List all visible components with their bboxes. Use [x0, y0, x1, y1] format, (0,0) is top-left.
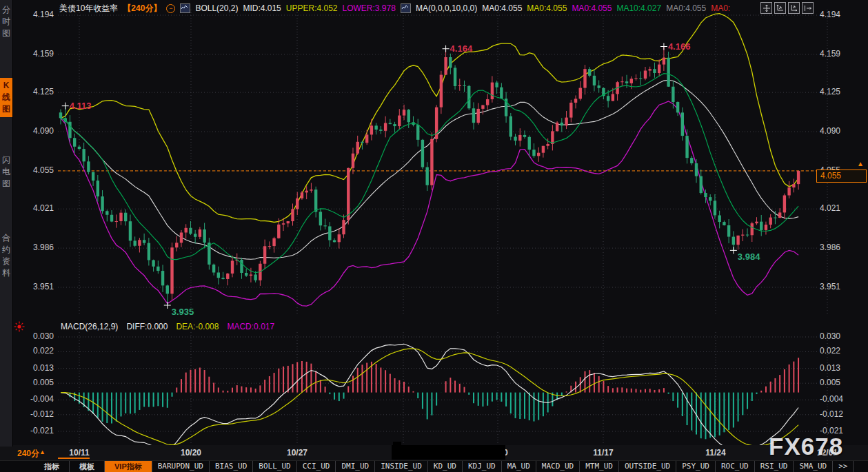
macd-diff-value: DIFF:0.000 [126, 322, 168, 331]
left-sidebar: 分时图K线图闪电图合约资料 [0, 0, 13, 447]
tab-DMI_UD[interactable]: DMI_UD [336, 461, 375, 472]
ma-value: MA0:4.055 [527, 3, 567, 13]
svg-text:3.984: 3.984 [738, 252, 760, 262]
kline-macd-chart[interactable]: 4.1133.9354.1644.1663.984 [0, 0, 868, 472]
fx678-watermark: FX678 [769, 433, 843, 460]
sidebar-item-闪电图[interactable]: 闪电图 [0, 154, 12, 189]
redaction-box [392, 445, 505, 460]
tab-MTM_UD[interactable]: MTM_UD [580, 461, 619, 472]
ma-value: MA0:4.055 [482, 3, 522, 13]
boll-upper-value: UPPER:4.052 [286, 3, 338, 13]
price-marker-icon: ▲ [857, 160, 864, 167]
macd-header: MACD(26,12,9) DIFF:0.000 DEA:-0.008 MACD… [61, 322, 274, 331]
svg-text:3.935: 3.935 [172, 307, 194, 317]
axis-scale-icon[interactable] [774, 2, 786, 14]
tab-INSIDE_UD[interactable]: INSIDE_UD [375, 461, 428, 472]
page-title: 美债10年收益率 [59, 3, 118, 14]
tab-VIP指标[interactable]: VIP指标 [105, 461, 152, 472]
svg-text:4.113: 4.113 [70, 101, 92, 111]
axis-pan-icon[interactable] [788, 2, 800, 14]
ma-indicator-icon[interactable] [401, 3, 411, 13]
boll-lower-value: LOWER:3.978 [343, 3, 396, 13]
ma-value: MA0: [711, 3, 730, 13]
sidebar-item-分时图[interactable]: 分时图 [0, 4, 12, 39]
tab-OUTSIDE_UD[interactable]: OUTSIDE_UD [619, 461, 676, 472]
tab-PSY_UD[interactable]: PSY_UD [676, 461, 716, 472]
tab-BARUPDN_UD[interactable]: BARUPDN_UD [152, 461, 210, 472]
sidebar-item-K线图[interactable]: K线图 [0, 78, 12, 117]
tab-指标[interactable]: 指标 [34, 461, 70, 472]
svg-text:4.166: 4.166 [668, 41, 691, 52]
macd-macd-value: MACD:0.017 [227, 322, 274, 331]
collapse-icon[interactable]: − [166, 4, 175, 13]
redaction-notch [393, 442, 401, 446]
boll-indicator-icon[interactable] [180, 3, 190, 13]
tab-BIAS_UD[interactable]: BIAS_UD [210, 461, 253, 472]
macd-label: MACD(26,12,9) [61, 322, 118, 331]
sidebar-item-合约资料[interactable]: 合约资料 [0, 232, 12, 279]
tab-SMA_UD[interactable]: SMA_UD [794, 461, 833, 472]
tab-KD_UD[interactable]: KD_UD [428, 461, 463, 472]
chart-header: 美债10年收益率 【240分】 − BOLL(20,2) MID:4.015 U… [59, 3, 730, 14]
macd-dea-value: DEA:-0.008 [176, 322, 219, 331]
current-price-tag: 4.055 [816, 170, 867, 183]
tab-CCI_UD[interactable]: CCI_UD [297, 461, 336, 472]
period-expand-icon[interactable]: ▲ [39, 449, 46, 455]
tab-BOLL_UD[interactable]: BOLL_UD [253, 461, 296, 472]
pan-icon[interactable] [760, 2, 772, 14]
alert-burst-icon[interactable] [14, 321, 25, 332]
scrollbar-handle[interactable] [58, 458, 90, 459]
ma-value: MA0:4.055 [572, 3, 612, 13]
period-badge[interactable]: 【240分】 [123, 3, 161, 14]
svg-text:4.164: 4.164 [450, 43, 473, 54]
tab-模板[interactable]: 模板 [70, 461, 105, 472]
boll-label: BOLL(20,2) [195, 3, 238, 13]
ma-values-group: MA0:4.055MA0:4.055MA0:4.055MA10:4.027MA0… [482, 3, 730, 13]
ma-value: MA10:4.027 [616, 3, 661, 13]
period-label[interactable]: 240分 [17, 448, 39, 460]
tab-KDJ_UD[interactable]: KDJ_UD [463, 461, 502, 472]
tab-MA_UD[interactable]: MA_UD [502, 461, 536, 472]
chart-application-window: 4.1133.9354.1644.1663.984 分时图K线图闪电图合约资料 … [0, 0, 868, 472]
tab-RSI_UD[interactable]: RSI_UD [755, 461, 794, 472]
ma-value: MA0:4.055 [666, 3, 706, 13]
export-icon[interactable] [802, 2, 814, 14]
indicator-tab-bar: 指标模板VIP指标BARUPDN_UDBIAS_UDBOLL_UDCCI_UDD… [0, 460, 868, 472]
tab->>[interactable]: >> [833, 461, 854, 472]
boll-mid-value: MID:4.015 [243, 3, 281, 13]
tab-ROC_UD[interactable]: ROC_UD [716, 461, 755, 472]
chart-toolbar-icons [760, 2, 814, 14]
tab-MACD_UD[interactable]: MACD_UD [536, 461, 580, 472]
ma-label: MA(0,0,0,10,0,0) [416, 3, 477, 13]
